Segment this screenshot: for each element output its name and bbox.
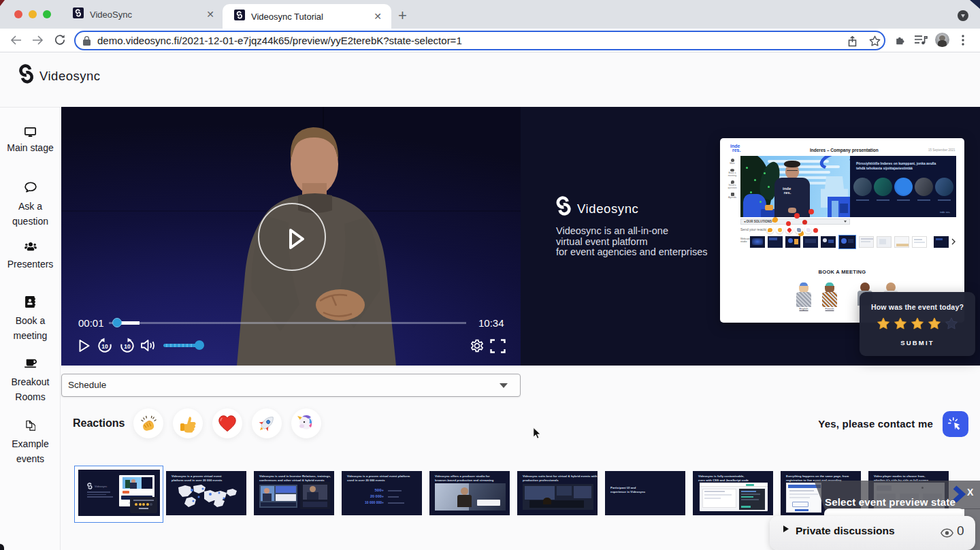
svg-text:10: 10 <box>101 343 108 350</box>
svg-text:10: 10 <box>124 343 131 350</box>
